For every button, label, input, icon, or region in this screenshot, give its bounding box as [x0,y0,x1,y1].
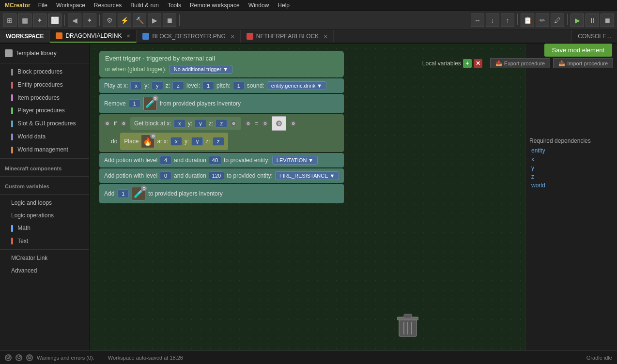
play-y-input[interactable]: y [152,81,163,90]
get-x-input[interactable]: x [174,119,185,128]
run-btn[interactable]: ▶ [571,14,584,27]
sidebar-item-slot-gui-procedures[interactable]: Slot & GUI procedures [0,117,89,130]
potion2-level-input[interactable]: 0 [160,171,171,180]
remove-val-input[interactable]: 1 [129,99,140,108]
menu-window[interactable]: Window [245,1,273,10]
menu-build-run[interactable]: Build & run [126,1,163,10]
toolbar-btn-1[interactable]: ⊞ [3,14,16,27]
status-sync-icon[interactable]: ⚙ [26,354,33,361]
play-pitch-input[interactable]: 1 [233,81,245,90]
play-sound-dropdown[interactable]: entity.generic.drink ▼ [267,81,326,90]
toolbar-btn-3[interactable]: ✦ [33,14,46,27]
trigger-subtitle: or when (global trigger): [105,66,167,73]
potion2-effect-dropdown[interactable]: FIRE_RESISTANCE ▼ [275,171,339,180]
menu-file[interactable]: File [34,1,51,10]
potion1-duration-input[interactable]: 40 [209,156,221,165]
menu-help[interactable]: Help [274,1,293,10]
trigger-dropdown[interactable]: No additional trigger ▼ [170,65,232,74]
sidebar-item-entity-procedures[interactable]: Entity procedures [0,78,89,91]
sidebar-item-logic-operations[interactable]: Logic operations [0,209,89,222]
dep-z[interactable]: z [529,172,613,181]
sidebar-item-text[interactable]: Text [0,235,89,248]
toolbar-btn-right-1[interactable]: ↔ [471,14,484,27]
if-settings-icon[interactable]: ⚙ [104,121,110,126]
potion2-duration-input[interactable]: 120 [209,171,224,180]
menu-remote-workspace[interactable]: Remote workspace [186,1,244,10]
potion1-level-input[interactable]: 4 [160,156,171,165]
import-procedure-button[interactable]: 📥 Import procedure [553,58,613,68]
if-inner-settings[interactable]: ⚙ [121,121,126,126]
dep-y[interactable]: y [529,164,613,172]
tab-block-destroyer-close[interactable]: ✕ [231,34,234,39]
dep-world[interactable]: world [529,181,613,190]
sidebar-item-mcreator-link[interactable]: MCreator Link [0,252,89,264]
sidebar-item-world-management[interactable]: World management [0,143,89,156]
add-item-gear[interactable]: ⚙ [141,185,147,191]
remove-item-gear[interactable]: ⚙ [153,95,158,101]
export-procedure-button[interactable]: 📤 Export procedure [490,58,550,68]
toolbar-btn-right-7[interactable]: ⏸ [586,14,599,27]
status-reload-icon[interactable]: ↺ [15,354,22,361]
tab-block-destroyer[interactable]: BLOCK_DESTROYER.PNG ✕ [137,30,240,43]
status-settings-icon[interactable]: ⚙ [5,354,12,361]
potion2-duration-label: and duration [174,172,206,179]
play-z-input[interactable]: z [172,81,184,90]
export-icon: 📤 [495,60,502,66]
toolbar-btn-2[interactable]: ▦ [18,14,31,27]
toolbar-btn-5[interactable]: ◀ [68,14,81,27]
add-val-input[interactable]: 1 [117,189,129,198]
toolbar-btn-6[interactable]: ✦ [83,14,96,27]
sidebar-item-item-procedures[interactable]: Item procedures [0,91,89,105]
menu-tools[interactable]: Tools [164,1,185,10]
equals-settings[interactable]: ⚙ [245,121,251,126]
tab-console[interactable]: CONSOLE... [571,30,617,43]
tab-dragonvialdrink-close[interactable]: ✕ [126,33,130,39]
procedure-canvas[interactable]: Event trigger - triggered by external ca… [90,44,525,364]
toolbar-btn-7[interactable]: ⚙ [103,14,116,27]
sidebar-item-logic-loops[interactable]: Logic and loops [0,197,89,209]
get-y-input[interactable]: y [195,119,206,128]
sidebar-item-math[interactable]: Math [0,222,89,235]
toolbar-btn-right-4[interactable]: 📋 [521,14,534,27]
tab-netherpearlblock-close[interactable]: ✕ [324,34,327,39]
play-level-input[interactable]: 1 [202,81,214,90]
sidebar-item-player-procedures[interactable]: Player procedures [0,104,89,117]
sidebar-item-advanced[interactable]: Advanced [0,264,89,277]
place-y-input[interactable]: y [191,137,203,146]
save-mod-element-button[interactable]: Save mod element [544,44,612,57]
toolbar-btn-8[interactable]: ⚡ [118,14,131,27]
place-item-gear[interactable]: ⚙ [150,133,156,139]
place-x-input[interactable]: x [170,137,182,146]
toolbar-btn-10[interactable]: ▶ [148,14,161,27]
tab-netherpearlblock[interactable]: NETHERPEARLBLOCK ✕ [241,30,334,43]
tab-workspace[interactable]: WORKSPACE [0,30,50,43]
get-block-settings[interactable]: ⚙ [231,121,236,126]
add-local-variable-button[interactable]: + [463,59,472,68]
tab-dragonvialdrink[interactable]: DRAGONVIALDRINK ✕ [50,30,137,43]
toolbar-btn-right-2[interactable]: ↓ [486,14,499,27]
white-sq-gear[interactable]: ⚙ [276,121,282,126]
toolbar-btn-right-8[interactable]: ⏹ [601,14,614,27]
right-block-settings[interactable]: ⚙ [262,121,268,126]
potion1-effect-dropdown[interactable]: LEVITATION ▼ [272,156,318,165]
remove-local-variable-button[interactable]: ✕ [474,59,482,68]
toolbar-btn-right-3[interactable]: ↑ [501,14,514,27]
menu-workspace[interactable]: Workspace [52,1,89,10]
dep-entity[interactable]: entity [529,146,613,155]
place-z-input[interactable]: z [213,137,224,146]
toolbar-btn-9[interactable]: 🔨 [133,14,146,27]
sidebar-item-world-data[interactable]: World data [0,130,89,143]
dep-x[interactable]: x [529,155,613,164]
white-sq-settings[interactable]: ⚙ [290,121,296,126]
toolbar-btn-right-5[interactable]: ✏ [536,14,549,27]
play-x-input[interactable]: x [130,81,142,90]
potion2-label: Add potion with level [104,172,157,179]
toolbar-btn-right-6[interactable]: 🖊 [551,14,564,27]
menu-resources[interactable]: Resources [90,1,125,10]
toolbar-btn-4[interactable]: ⬜ [48,14,62,27]
toolbar-btn-11[interactable]: ⏹ [163,14,176,27]
sidebar-item-block-procedures[interactable]: Block procedures [0,65,89,78]
add-suffix: to provided players inventory [148,190,222,197]
trash-icon[interactable] [397,313,418,338]
get-z-input[interactable]: z [216,119,227,128]
